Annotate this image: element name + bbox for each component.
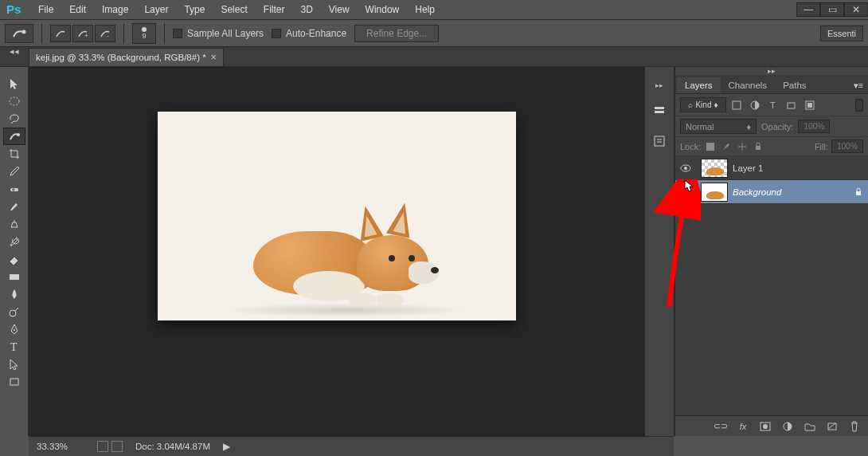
workspace-switcher[interactable]: Essenti [820,26,863,41]
brush-tool[interactable] [3,198,25,215]
menu-view[interactable]: View [323,2,356,17]
blur-tool[interactable] [3,285,25,303]
gradient-tool[interactable] [3,268,25,285]
menu-edit[interactable]: Edit [63,2,92,17]
menu-window[interactable]: Window [359,2,406,17]
healing-brush-tool[interactable] [3,180,25,198]
lock-fill-row: Lock: Fill: 100% [675,137,868,156]
document-tab-title: keji.jpg @ 33.3% (Background, RGB/8#) * [36,53,206,62]
filter-kind-label: Kind [695,100,711,109]
maximize-button[interactable]: ▭ [820,2,844,17]
subtract-selection-button[interactable]: - [95,25,115,42]
visibility-toggle[interactable] [675,163,696,174]
eyedropper-tool[interactable] [3,163,25,180]
fill-field[interactable]: 100% [831,140,863,153]
filter-type-icon[interactable]: T [765,98,781,112]
delete-layer-icon[interactable] [847,419,862,434]
separator [41,23,42,44]
toolbox-collapse-handle[interactable]: ◂◂ [0,47,29,55]
menu-file[interactable]: File [32,2,60,17]
layer-name[interactable]: Layer 1 [733,163,868,173]
filter-shape-icon[interactable] [784,98,800,112]
quick-selection-tool[interactable] [3,128,25,145]
visibility-toggle[interactable] [675,187,696,198]
rectangle-tool[interactable] [3,373,25,391]
pen-tool[interactable] [3,320,25,338]
new-layer-icon[interactable] [825,419,839,434]
tab-layers[interactable]: Layers [677,77,721,93]
menu-select[interactable]: Select [214,2,253,17]
minimize-button[interactable]: — [796,2,820,17]
document-canvas[interactable] [158,112,516,320]
history-panel-icon[interactable] [651,102,668,120]
svg-rect-18 [788,103,795,108]
layer-thumbnail[interactable] [701,159,728,178]
new-selection-button[interactable] [50,25,71,42]
document-tab[interactable]: keji.jpg @ 33.3% (Background, RGB/8#) * … [29,48,224,66]
document-tab-close[interactable]: × [211,52,217,63]
lock-pixels-icon[interactable] [720,140,733,153]
status-arrow-icon[interactable]: ▶ [223,441,230,452]
history-brush-tool[interactable] [3,233,25,250]
lock-transparency-icon[interactable] [704,140,717,153]
fill-label: Fill: [815,142,828,151]
canvas-area[interactable] [29,67,644,436]
menu-filter[interactable]: Filter [257,2,291,17]
layer-row[interactable]: Layer 1 [675,156,868,180]
refine-edge-button[interactable]: Refine Edge... [354,25,439,42]
layers-panel: ▸▸ Layers Channels Paths ▾≡ ⌕Kind♦ T Nor… [674,67,868,436]
menu-type[interactable]: Type [178,2,211,17]
layer-mask-icon[interactable] [758,419,772,434]
lasso-tool[interactable] [3,110,25,128]
filter-smart-icon[interactable] [802,98,818,112]
separator [123,23,124,44]
tab-channels[interactable]: Channels [721,77,776,93]
status-icon[interactable] [97,441,108,452]
close-button[interactable]: ✕ [844,2,868,17]
layer-style-icon[interactable]: fx [736,419,750,434]
tab-paths[interactable]: Paths [775,77,814,93]
filter-toggle[interactable] [855,99,863,112]
options-bar: + - 9 Sample All Layers Auto-Enhance Ref… [0,20,868,47]
properties-panel-icon[interactable] [651,132,668,150]
filter-kind-select[interactable]: ⌕Kind♦ [680,97,726,112]
opacity-field[interactable]: 100% [798,120,830,133]
layer-row[interactable]: Background [675,180,868,204]
layer-thumbnail[interactable] [701,183,728,202]
svg-text:+: + [84,32,88,39]
lock-all-icon[interactable] [752,140,764,153]
menu-3d[interactable]: 3D [294,2,319,17]
eraser-tool[interactable] [3,250,25,268]
move-tool[interactable] [3,75,25,92]
menu-layer[interactable]: Layer [138,2,174,17]
adjustment-layer-icon[interactable] [780,419,795,434]
type-tool[interactable]: T [3,338,25,356]
zoom-level[interactable]: 33.33% [37,442,84,451]
sample-all-layers-checkbox[interactable]: Sample All Layers [173,28,264,39]
link-layers-icon[interactable]: ⊂⊃ [714,419,728,434]
add-selection-button[interactable]: + [72,25,93,42]
marquee-tool[interactable] [3,92,25,110]
auto-enhance-checkbox[interactable]: Auto-Enhance [272,28,346,39]
path-selection-tool[interactable] [3,356,25,373]
panel-collapse-handle[interactable]: ▸▸ [675,67,868,75]
filter-pixel-icon[interactable] [729,98,745,112]
menu-help[interactable]: Help [409,2,441,17]
crop-tool[interactable] [3,145,25,163]
lock-position-icon[interactable] [736,140,749,153]
current-tool-preset[interactable] [5,24,33,43]
filter-adjustment-icon[interactable] [747,98,763,112]
status-icon[interactable] [111,441,123,452]
menu-image[interactable]: Image [96,2,135,17]
clone-stamp-tool[interactable] [3,215,25,233]
panel-dock: ▸▸ [644,67,674,436]
panel-menu-icon[interactable]: ▾≡ [849,78,868,93]
dock-collapse-handle[interactable]: ▸▸ [655,81,663,89]
brush-size-picker[interactable]: 9 [132,23,156,44]
dropdown-arrows-icon: ♦ [746,122,751,132]
dodge-tool[interactable] [3,303,25,320]
layer-group-icon[interactable] [803,419,817,434]
blend-mode-select[interactable]: Normal♦ [680,119,757,134]
layer-name[interactable]: Background [733,187,849,197]
svg-text:T: T [10,341,18,353]
